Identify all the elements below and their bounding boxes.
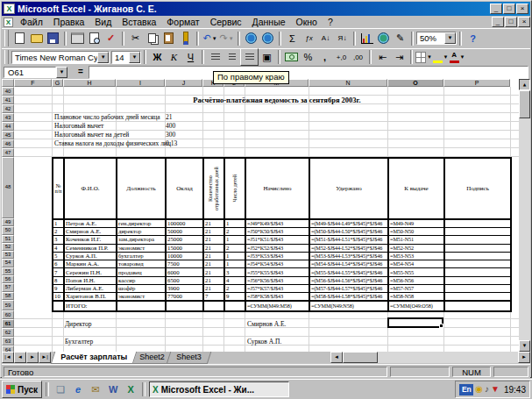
row-header[interactable]: 62 — [2, 328, 14, 337]
cells-grid[interactable]: Расчётно-платёжная ведомость за сентября… — [14, 87, 519, 352]
cell-position[interactable]: зам.директора — [117, 236, 166, 244]
header-accrued[interactable]: Начислено — [245, 158, 309, 219]
sheet-tab[interactable]: Sheet3 — [167, 352, 211, 364]
cell-payout-formula[interactable]: =M58-N58 — [388, 293, 444, 302]
decrease-decimal-button[interactable]: ,00 — [350, 49, 366, 65]
cell-position[interactable]: директор — [117, 228, 166, 236]
column-header[interactable]: P — [443, 79, 510, 87]
cell-payout-formula[interactable]: =M52-N52 — [388, 244, 444, 252]
row-header[interactable]: 63 — [2, 337, 14, 346]
row-header[interactable]: 50 — [2, 226, 14, 234]
total-empty[interactable] — [224, 301, 245, 311]
last-sheet-icon[interactable]: ►| — [39, 352, 51, 363]
total-empty[interactable] — [166, 301, 203, 311]
cell-signature[interactable] — [444, 228, 511, 236]
header-withheld[interactable]: Удержано — [309, 158, 388, 219]
map-button[interactable] — [375, 31, 392, 46]
cell-withheld-formula[interactable]: =(M49-$J$44-L49*$J$45)*$J$46 — [309, 219, 388, 228]
cell-num[interactable]: 5 — [53, 252, 64, 260]
cell-position[interactable]: бухгалтер — [117, 252, 166, 260]
row-header[interactable]: 61 — [2, 319, 14, 328]
font-name-dropdown-icon[interactable]: ▼ — [97, 52, 109, 63]
cell-payout-formula[interactable]: =M57-N57 — [388, 285, 444, 293]
help-button[interactable]: ? — [465, 31, 481, 46]
web-toolbar-button[interactable] — [259, 31, 276, 46]
language-indicator[interactable]: En — [459, 384, 473, 395]
align-center-button[interactable] — [223, 49, 240, 65]
cell-days[interactable]: 21 — [203, 252, 224, 260]
selected-cell-O61[interactable] — [387, 317, 443, 328]
font-name-combobox[interactable]: Times New Roman Cyr ▼ — [11, 51, 110, 64]
cell-payout-formula[interactable]: =M53-N53 — [388, 252, 444, 260]
row-header[interactable]: 49 — [2, 218, 14, 226]
cell-withheld-formula[interactable]: =(M55-$J$44-L55*$J$45)*$J$46 — [309, 268, 388, 276]
vertical-scroll-thumb[interactable] — [519, 90, 530, 118]
cell-accrued-formula[interactable]: =J51*K51/$J$43 — [245, 236, 309, 244]
underline-button[interactable]: Ч — [182, 49, 199, 65]
tray-volume-icon[interactable]: ♪ — [485, 383, 489, 395]
menu-item[interactable]: Формат — [161, 17, 204, 27]
header-num[interactable]: № п/п — [53, 158, 64, 219]
cell-payout-formula[interactable]: =M51-N51 — [388, 236, 444, 244]
paste-function-button[interactable]: ƒx — [301, 31, 317, 46]
row-header[interactable]: 43 — [2, 113, 14, 122]
cell-payout-formula[interactable]: =M50-N50 — [388, 228, 444, 236]
cell-fio[interactable]: Харитонов В.П. — [64, 293, 117, 302]
align-right-button[interactable] — [240, 48, 259, 66]
maximize-button[interactable]: □ — [503, 4, 515, 14]
row-header[interactable]: 56 — [2, 275, 14, 283]
sheet-tab[interactable]: Расчёт зарплаты — [51, 352, 137, 364]
horizontal-scroll-thumb[interactable] — [343, 352, 378, 363]
column-header[interactable]: F — [14, 79, 52, 87]
parameter-value[interactable]: 21 — [166, 113, 173, 122]
percent-style-button[interactable]: % — [300, 49, 316, 65]
drawing-button[interactable]: ✎ — [392, 31, 408, 46]
cell-accrued-formula[interactable]: =J50*K50/$J$43 — [245, 228, 309, 236]
borders-button[interactable]: ▼ — [415, 49, 432, 65]
cell-signature[interactable] — [444, 244, 511, 252]
menu-item[interactable]: Сервис — [205, 17, 247, 27]
cell-position[interactable]: товаровед — [117, 260, 166, 268]
signature-row[interactable]: Директор Смирнов А.Е. — [65, 320, 91, 329]
scroll-down-icon[interactable]: ▼ — [519, 340, 530, 352]
cut-button[interactable]: ✂ — [127, 31, 144, 46]
row-header[interactable]: 40 — [2, 87, 14, 96]
row-header[interactable]: 57 — [2, 283, 14, 291]
cell-salary[interactable]: 7500 — [166, 260, 203, 268]
cell-accrued-formula[interactable]: =J52*K52/$J$43 — [245, 244, 309, 252]
previous-sheet-icon[interactable]: ◄ — [14, 352, 26, 363]
spelling-button[interactable]: ✓ — [103, 31, 119, 46]
fill-color-button[interactable]: ▼ — [432, 49, 449, 65]
row-header[interactable]: 58 — [2, 292, 14, 300]
cell-withheld-formula[interactable]: =(M56-$J$44-L56*$J$45)*$J$46 — [309, 276, 388, 284]
workbook-close-button[interactable]: × — [518, 17, 530, 27]
cell-withheld-formula[interactable]: =(M52-$J$44-L52*$J$45)*$J$46 — [309, 244, 388, 252]
header-children[interactable]: Число детей — [224, 158, 245, 219]
currency-style-button[interactable] — [283, 49, 300, 65]
row-header[interactable]: 60 — [2, 310, 14, 319]
menu-item[interactable]: Окно — [291, 17, 323, 27]
quick-launch-word[interactable]: W — [105, 382, 121, 396]
column-header[interactable]: H — [63, 79, 116, 87]
cell-num[interactable]: 10 — [53, 293, 64, 302]
minimize-button[interactable]: _ — [490, 4, 502, 14]
cell-num[interactable]: 1 — [53, 219, 64, 228]
cell-accrued-formula[interactable]: =J55*K55/$J$43 — [245, 268, 309, 276]
total-empty[interactable] — [444, 301, 511, 311]
cell-children[interactable]: 1 — [224, 252, 245, 260]
row-header[interactable]: 59 — [2, 300, 14, 310]
cell-salary[interactable]: 3900 — [166, 285, 203, 293]
autosum-button[interactable]: Σ — [284, 31, 301, 46]
header-position[interactable]: Должность — [117, 158, 166, 219]
total-payout-formula[interactable]: =СУММ(O49:O58) — [388, 301, 444, 311]
sort-ascending-button[interactable]: А↓ — [317, 31, 334, 46]
fill-handle[interactable] — [439, 324, 443, 328]
header-signature[interactable]: Подпись — [444, 158, 511, 219]
quick-launch-ie[interactable]: e — [70, 382, 86, 396]
name-box-dropdown-icon[interactable]: ▼ — [56, 67, 67, 78]
cell-withheld-formula[interactable]: =(M58-$J$44-L58*$J$45)*$J$46 — [309, 293, 388, 302]
total-accrued-formula[interactable]: =СУММ(M49:M58) — [245, 301, 309, 311]
zoom-dropdown-icon[interactable]: ▼ — [444, 32, 456, 44]
cell-withheld-formula[interactable]: =(M50-$J$44-L50*$J$45)*$J$46 — [309, 228, 388, 236]
cell-withheld-formula[interactable]: =(M54-$J$44-L54*$J$45)*$J$46 — [309, 260, 388, 268]
